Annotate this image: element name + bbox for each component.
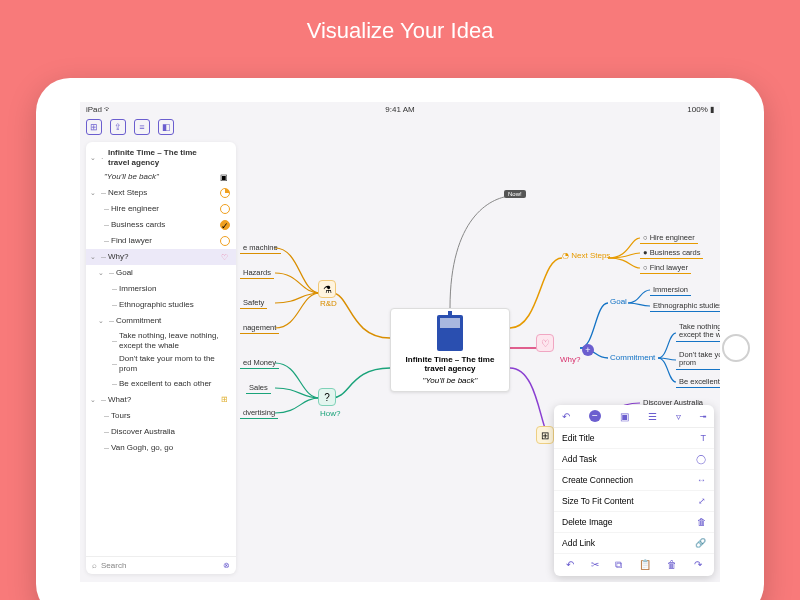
outline-item-label: Immersion bbox=[119, 284, 230, 294]
outline-title-row[interactable]: ⌄ · Infinite Time – The timetravel agenc… bbox=[86, 146, 236, 169]
outline-section-next[interactable]: ⌄ – Next Steps bbox=[86, 185, 236, 201]
paste-icon[interactable]: 📋 bbox=[639, 559, 651, 571]
node-goal[interactable]: Goal bbox=[606, 296, 631, 307]
outline-section-what[interactable]: ⌄ – What? ⊞ bbox=[86, 392, 236, 408]
outline-item[interactable]: –Hire engineer bbox=[86, 201, 236, 217]
node[interactable]: Don't take your mom to the prom bbox=[676, 350, 720, 370]
menu-item-size-fit[interactable]: Size To Fit Content⤢ bbox=[554, 491, 714, 512]
minus-icon[interactable]: − bbox=[589, 410, 601, 422]
outline-item-goal[interactable]: ⌄–Goal bbox=[86, 265, 236, 281]
outline-item[interactable]: –Business cards✓ bbox=[86, 217, 236, 233]
app-screen: iPad ᯤ 9:41 AM 100% ▮ ⊞ ⇪ ≡ ◧ ⌄ · Infini… bbox=[80, 102, 720, 582]
add-child-button[interactable]: + bbox=[582, 344, 594, 356]
menu-item-add-link[interactable]: Add Link🔗 bbox=[554, 533, 714, 554]
menu-item-add-task[interactable]: Add Task◯ bbox=[554, 449, 714, 470]
central-node[interactable]: Infinite Time – The time travel agency "… bbox=[390, 308, 510, 392]
chevron-down-icon: ⌄ bbox=[96, 269, 106, 277]
node[interactable]: ○ Find lawyer bbox=[640, 262, 691, 274]
node[interactable]: Sales bbox=[246, 382, 271, 394]
menu-item-edit-title[interactable]: Edit TitleT bbox=[554, 428, 714, 449]
outline-item-label: Take nothing, leave nothing, except the … bbox=[119, 331, 230, 350]
fit-icon: ⤢ bbox=[698, 496, 706, 506]
text-icon: T bbox=[701, 433, 707, 443]
panel-icon[interactable]: ◧ bbox=[158, 119, 174, 135]
outline-item-label: Goal bbox=[116, 268, 230, 278]
node[interactable]: Take nothing, leave nothing, except the … bbox=[676, 322, 720, 342]
node[interactable]: Immersion bbox=[650, 284, 691, 296]
outline-item[interactable]: –Don't take your mom to the prom bbox=[86, 352, 236, 375]
search-placeholder: Search bbox=[101, 561, 219, 570]
outline-section-why[interactable]: ⌄ – Why? ♡ bbox=[86, 249, 236, 265]
mindmap-canvas[interactable]: Now! Infinite Time – The time travel age… bbox=[240, 138, 720, 582]
outline-item-commitment[interactable]: ⌄–Commitment bbox=[86, 313, 236, 329]
undo-icon[interactable]: ↶ bbox=[562, 411, 570, 422]
chevron-down-icon: ⌄ bbox=[88, 189, 98, 197]
outline-item[interactable]: –Discover Australia bbox=[86, 424, 236, 440]
grid-icon[interactable]: ⊞ bbox=[86, 119, 102, 135]
outline-item[interactable]: –Tours bbox=[86, 408, 236, 424]
node-how[interactable]: How? bbox=[316, 408, 344, 419]
outline-item[interactable]: –Take nothing, leave nothing, except the… bbox=[86, 329, 236, 352]
status-bar: iPad ᯤ 9:41 AM 100% ▮ bbox=[80, 102, 720, 116]
outline-item-label: Be excellent to each other bbox=[119, 379, 230, 389]
status-done-icon: ✓ bbox=[220, 220, 230, 230]
cut-icon[interactable]: ✂ bbox=[591, 559, 599, 571]
outline-item[interactable]: –Find lawyer bbox=[86, 233, 236, 249]
image-icon[interactable]: ▣ bbox=[620, 411, 629, 422]
central-title: Infinite Time – The time travel agency bbox=[397, 355, 503, 373]
node[interactable]: nagement bbox=[240, 322, 279, 334]
outline-item[interactable]: –Be excellent to each other bbox=[86, 376, 236, 392]
chevron-down-icon: ⌄ bbox=[88, 396, 98, 404]
node-commitment[interactable]: Commitment bbox=[606, 352, 659, 363]
circle-icon: ◯ bbox=[696, 454, 706, 464]
menu-item-label: Create Connection bbox=[562, 475, 633, 485]
list-icon[interactable]: ≡ bbox=[134, 119, 150, 135]
menu-item-create-connection[interactable]: Create Connection↔ bbox=[554, 470, 714, 491]
node[interactable]: Ethnographic studies bbox=[650, 300, 720, 312]
outline-item-label: Hire engineer bbox=[111, 204, 217, 214]
funnel-icon[interactable]: ▿ bbox=[676, 411, 681, 422]
node[interactable]: dvertising bbox=[240, 407, 278, 419]
copy-icon[interactable]: ⧉ bbox=[615, 559, 622, 571]
search-bar[interactable]: ⌕ Search ⊗ bbox=[86, 556, 236, 574]
outline-item-label: Business cards bbox=[111, 220, 217, 230]
link-icon: 🔗 bbox=[695, 538, 706, 548]
outline-item-label: Next Steps bbox=[108, 188, 217, 198]
node[interactable]: Hazards bbox=[240, 267, 274, 279]
node[interactable]: ed Money bbox=[240, 357, 279, 369]
note-icon[interactable]: ☰ bbox=[648, 411, 657, 422]
node[interactable]: Safety bbox=[240, 297, 267, 309]
node[interactable]: e machine bbox=[240, 242, 281, 254]
status-empty-icon bbox=[220, 204, 230, 214]
node[interactable]: ○ Hire engineer bbox=[640, 232, 698, 244]
trash-icon: 🗑 bbox=[697, 517, 706, 527]
clear-icon[interactable]: ⊗ bbox=[223, 561, 230, 570]
node-next[interactable]: ◔ Next Steps bbox=[558, 250, 614, 261]
arc-badge: Now! bbox=[504, 190, 526, 198]
outline-subtitle: "You'll be back" bbox=[104, 172, 215, 182]
outline-item[interactable]: –Immersion bbox=[86, 281, 236, 297]
share-icon[interactable]: ⇪ bbox=[110, 119, 126, 135]
trash-icon[interactable]: 🗑 bbox=[667, 559, 677, 571]
menu-item-label: Add Task bbox=[562, 454, 597, 464]
outline-item-label: Don't take your mom to the prom bbox=[119, 354, 230, 373]
node[interactable]: ● Business cards bbox=[640, 247, 703, 259]
outline-item[interactable]: –Van Gogh, go, go bbox=[86, 440, 236, 456]
menu-item-delete-image[interactable]: Delete Image🗑 bbox=[554, 512, 714, 533]
device-label: iPad ᯤ bbox=[86, 105, 112, 114]
menu-item-label: Add Link bbox=[562, 538, 595, 548]
outline-subtitle-row[interactable]: "You'll be back" ▣ bbox=[86, 169, 236, 185]
node[interactable]: Be excellent to each other bbox=[676, 376, 720, 388]
search-icon: ⌕ bbox=[92, 561, 97, 570]
undo-icon[interactable]: ↶ bbox=[566, 559, 574, 571]
home-button[interactable] bbox=[722, 334, 750, 362]
context-menu: ↶ − ▣ ☰ ▿ ╼ Edit TitleT Add Task◯ Create… bbox=[554, 405, 714, 576]
outline-item[interactable]: –Ethnographic studies bbox=[86, 297, 236, 313]
outline-body[interactable]: ⌄ · Infinite Time – The timetravel agenc… bbox=[86, 142, 236, 556]
node-rd[interactable]: R&D bbox=[316, 298, 341, 309]
redo-icon[interactable]: ↷ bbox=[694, 559, 702, 571]
node-why[interactable]: Why? bbox=[556, 354, 584, 365]
context-menu-foot: ↶ ✂ ⧉ 📋 🗑 ↷ bbox=[554, 554, 714, 576]
link-icon[interactable]: ╼ bbox=[700, 411, 706, 422]
image-badge-icon: ▣ bbox=[218, 173, 230, 182]
